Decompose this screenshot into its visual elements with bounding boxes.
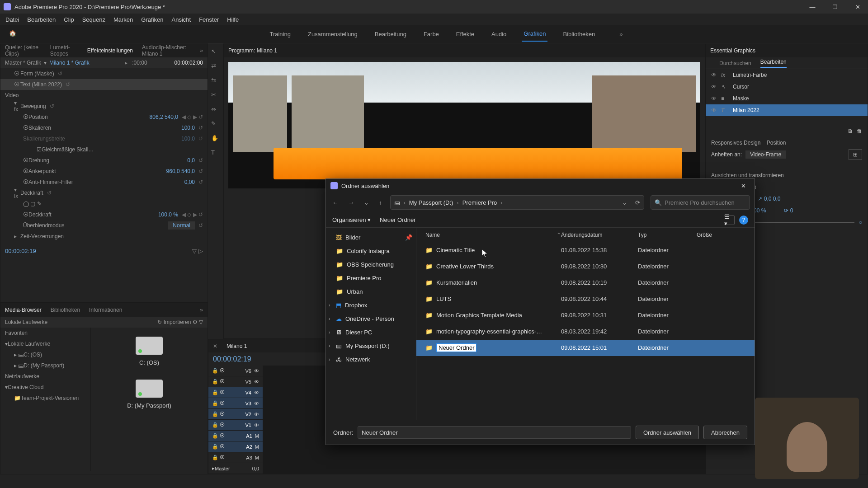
tab-libraries[interactable]: Bibliotheken	[51, 307, 80, 313]
side-dropbox[interactable]: ›⬒Dropbox	[326, 298, 416, 312]
ws-grafiken[interactable]: Grafiken	[522, 27, 547, 42]
nav-back-button[interactable]: ←	[330, 197, 340, 208]
hand-tool[interactable]: ✋	[211, 135, 220, 144]
side-urban[interactable]: 📁Urban	[326, 285, 416, 298]
col-date[interactable]: Änderungsdatum	[561, 232, 638, 238]
ripple-tool[interactable]: ⇆	[211, 77, 220, 86]
titlebar: Adobe Premiere Pro 2020 - D:\Premiere Pr…	[0, 0, 868, 14]
drive-icon: 🖴	[394, 199, 400, 206]
pen-tool[interactable]: ✎	[211, 120, 220, 129]
media-browser-panel: Media-Browser Bibliotheken Informationen…	[0, 303, 208, 474]
cancel-button[interactable]: Abbrechen	[703, 426, 747, 439]
side-bilder[interactable]: 🖼Bilder📌	[326, 230, 416, 244]
ws-training[interactable]: Training	[268, 27, 292, 41]
close-seq-icon[interactable]: ✕	[213, 343, 217, 349]
menu-clip[interactable]: Clip	[64, 16, 74, 23]
refresh-icon[interactable]: ⟳	[635, 199, 640, 206]
help-icon[interactable]: ?	[739, 216, 748, 225]
ws-bibliotheken[interactable]: Bibliotheken	[561, 27, 597, 41]
file-row[interactable]: 📁Kursmaterialien09.08.2022 10:19Dateiord…	[416, 275, 755, 291]
timeline-timecode[interactable]: 00:00:02:19	[213, 355, 251, 363]
delete-layer-icon[interactable]: 🗑	[857, 128, 862, 134]
master-label: Master * Grafik	[5, 60, 41, 66]
file-row[interactable]: 📁LUTS09.08.2022 10:44Dateiordner	[416, 291, 755, 307]
col-name[interactable]: Name ⌃	[421, 232, 561, 238]
minimize-button[interactable]: —	[806, 4, 819, 10]
overflow-icon[interactable]: »	[200, 47, 203, 54]
menu-fenster[interactable]: Fenster	[199, 16, 219, 23]
program-view[interactable]	[228, 62, 700, 188]
side-obs[interactable]: 📁OBS Speicherung	[326, 258, 416, 271]
rename-input[interactable]: Neuer Ordner	[436, 343, 476, 352]
nav-up-button[interactable]: ↑	[377, 197, 384, 208]
file-row[interactable]: 📁motion-typography-essential-graphics-…0…	[416, 324, 755, 340]
statusbar	[0, 474, 868, 488]
dialog-close-button[interactable]: ✕	[736, 183, 750, 189]
selection-tool[interactable]: ↖	[211, 48, 220, 57]
home-icon[interactable]: 🏠	[9, 30, 18, 39]
search-input[interactable]: 🔍 Premiere Pro durchsuchen	[651, 195, 750, 210]
tools-panel: ↖ ⇄ ⇆ ✂ ⇔ ✎ ✋ T	[208, 43, 223, 339]
breadcrumb[interactable]: 🖴 › My Passport (D:) › Premiere Pro › ⌄ …	[390, 195, 645, 210]
file-row-selected[interactable]: 📁Neuer Ordner09.08.2022 15:01Dateiordner	[416, 340, 755, 356]
view-mode-button[interactable]: ☰ ▾	[724, 215, 735, 225]
type-tool[interactable]: T	[211, 149, 220, 158]
crumb-dropdown-icon[interactable]: ⌄	[622, 199, 627, 206]
menu-hilfe[interactable]: Hilfe	[227, 16, 239, 23]
menu-sequenz[interactable]: Sequenz	[82, 16, 105, 23]
menubar: Datei Bearbeiten Clip Sequenz Marken Gra…	[0, 14, 868, 25]
menu-grafiken[interactable]: Grafiken	[141, 16, 163, 23]
tab-info[interactable]: Informationen	[89, 307, 122, 313]
menu-ansicht[interactable]: Ansicht	[171, 16, 191, 23]
dialog-app-icon	[330, 182, 338, 189]
ws-zusammenstellung[interactable]: Zusammenstellung	[306, 27, 359, 41]
ws-farbe[interactable]: Farbe	[422, 27, 441, 41]
col-type[interactable]: Typ	[638, 232, 697, 238]
workspace-bar: 🏠 Training Zusammenstellung Bearbeitung …	[0, 25, 868, 43]
menu-bearbeiten[interactable]: Bearbeiten	[27, 16, 56, 23]
menu-marken[interactable]: Marken	[113, 16, 133, 23]
ws-audio[interactable]: Audio	[490, 27, 508, 41]
app-icon	[4, 3, 11, 10]
overflow-icon[interactable]: »	[619, 31, 623, 38]
nav-forward-button[interactable]: →	[346, 197, 356, 208]
timecode-field[interactable]: 00:00:02:19	[5, 248, 36, 254]
menu-datei[interactable]: Datei	[5, 16, 19, 23]
select-folder-button[interactable]: Ordner auswählen	[636, 426, 699, 439]
tab-lumetri[interactable]: Lumetri-Scopes	[50, 44, 78, 57]
new-layer-icon[interactable]: 🗎	[848, 128, 853, 134]
pin-widget[interactable]: ⊞	[849, 149, 862, 160]
file-row[interactable]: 📁Motion Graphics Template Media09.08.202…	[416, 307, 755, 324]
organise-button[interactable]: Organisieren ▾	[332, 216, 371, 223]
maximize-button[interactable]: ☐	[828, 4, 842, 10]
tab-edit[interactable]: Bearbeiten	[760, 59, 787, 68]
razor-tool[interactable]: ✂	[211, 91, 220, 100]
close-button[interactable]: ✕	[851, 4, 864, 10]
tab-browse[interactable]: Durchsuchen	[719, 60, 751, 66]
tab-audiomixer[interactable]: Audioclip-Mischer: Milano 1	[142, 44, 191, 57]
ws-bearbeitung[interactable]: Bearbeitung	[373, 27, 408, 41]
webcam-overlay	[755, 398, 859, 479]
folder-name-input[interactable]	[358, 426, 631, 439]
tab-effekteinstellungen[interactable]: Effekteinstellungen	[87, 47, 133, 54]
file-row[interactable]: 📁Creative Lower Thirds09.08.2022 10:30Da…	[416, 258, 755, 275]
ws-effekte[interactable]: Effekte	[454, 27, 476, 41]
tab-source[interactable]: Quelle: (keine Clips)	[5, 44, 41, 57]
side-netzwerk[interactable]: ›🖧Netzwerk	[326, 352, 416, 366]
new-folder-button[interactable]: Neuer Ordner	[380, 216, 415, 223]
track-select-tool[interactable]: ⇄	[211, 62, 220, 71]
file-row[interactable]: 📁Cinematic Title01.08.2022 15:38Dateiord…	[416, 242, 755, 258]
side-dieser-pc[interactable]: ›🖥Dieser PC	[326, 325, 416, 339]
nav-recent-button[interactable]: ⌄	[362, 197, 371, 208]
folder-select-dialog: Ordner auswählen ✕ ← → ⌄ ↑ 🖴 › My Passpo…	[326, 178, 755, 445]
dialog-title: Ordner auswählen	[341, 183, 389, 189]
side-colorify[interactable]: 📁Colorify Instagra	[326, 244, 416, 258]
side-onedrive[interactable]: ›☁OneDrive - Person	[326, 312, 416, 325]
side-passport[interactable]: ›🖴My Passport (D:)	[326, 339, 416, 352]
target-label[interactable]: Milano 1 * Grafik	[49, 60, 90, 66]
side-premiere[interactable]: 📁Premiere Pro	[326, 271, 416, 285]
folder-field-label: Ordner:	[333, 429, 353, 436]
tab-media-browser[interactable]: Media-Browser	[5, 307, 42, 313]
col-size[interactable]: Größe	[697, 232, 750, 238]
slip-tool[interactable]: ⇔	[211, 106, 220, 115]
